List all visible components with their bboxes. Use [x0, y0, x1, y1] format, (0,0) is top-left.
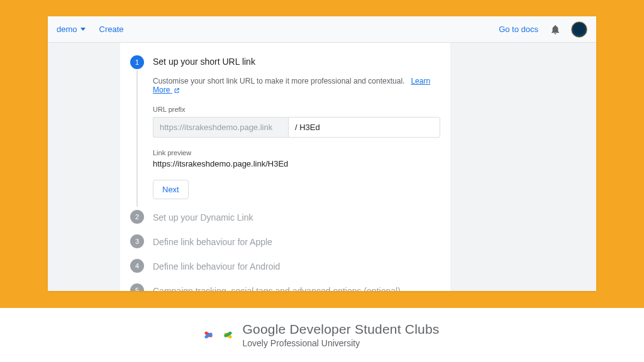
wizard-card: 1 Set up your short URL link Customise y…: [120, 43, 450, 291]
step-5-badge: 5: [130, 283, 144, 291]
notifications-icon[interactable]: [550, 24, 561, 35]
topbar: demo Create Go to docs: [48, 16, 596, 43]
step-3-row[interactable]: 3 Define link behaviour for Apple: [130, 234, 440, 248]
step-1-desc-text: Customise your short link URL to make it…: [153, 77, 404, 85]
step-2-badge: 2: [130, 210, 144, 224]
link-preview-value: https://itsrakeshdemo.page.link/H3Ed: [153, 159, 440, 168]
step-1-badge: 1: [130, 55, 144, 69]
go-to-docs-link[interactable]: Go to docs: [499, 25, 538, 34]
footer-subtitle: Lovely Professional University: [242, 338, 439, 348]
user-avatar[interactable]: [571, 21, 587, 38]
step-1-row: 1 Set up your short URL link Customise y…: [130, 55, 440, 199]
url-prefix-input: [153, 117, 288, 138]
step-4-title: Define link behaviour for Android: [153, 260, 280, 272]
step-connector: [136, 70, 138, 207]
page-background: demo Create Go to docs 1 Se: [0, 0, 644, 308]
footer-title: Google Developer Student Clubs: [242, 322, 439, 337]
project-name: demo: [57, 25, 77, 34]
step-1-title: Set up your short URL link: [153, 55, 440, 67]
topbar-left: demo Create: [57, 25, 124, 34]
right-gutter: [450, 43, 596, 291]
step-2-title: Set up your Dynamic Link: [153, 211, 253, 222]
external-link-icon: [174, 87, 180, 94]
step-5-row[interactable]: 5 Campaign tracking, social tags and adv…: [130, 283, 440, 291]
gdsc-logo-icon: [204, 326, 232, 344]
step-3-title: Define link behaviour for Apple: [153, 236, 272, 247]
next-button[interactable]: Next: [153, 180, 189, 199]
wizard-steps: 1 Set up your short URL link Customise y…: [130, 55, 440, 291]
body-area: 1 Set up your short URL link Customise y…: [48, 43, 596, 291]
app-window: demo Create Go to docs 1 Se: [48, 16, 596, 291]
url-row: [153, 117, 440, 138]
footer: Google Developer Student Clubs Lovely Pr…: [0, 308, 644, 362]
chevron-down-icon: [80, 28, 86, 31]
step-4-row[interactable]: 4 Define link behaviour for Android: [130, 259, 440, 273]
footer-text: Google Developer Student Clubs Lovely Pr…: [242, 322, 439, 348]
link-preview-label: Link preview: [153, 149, 440, 156]
url-suffix-input[interactable]: [288, 117, 440, 138]
url-prefix-label: URL prefix: [153, 106, 440, 113]
step-2-row[interactable]: 2 Set up your Dynamic Link: [130, 210, 440, 224]
step-4-badge: 4: [130, 259, 144, 273]
project-selector[interactable]: demo: [57, 25, 86, 34]
step-1-description: Customise your short link URL to make it…: [153, 77, 440, 94]
left-gutter: [48, 43, 120, 291]
create-link[interactable]: Create: [99, 25, 124, 34]
step-3-badge: 3: [130, 234, 144, 248]
step-5-title: Campaign tracking, social tags and advan…: [153, 285, 401, 291]
